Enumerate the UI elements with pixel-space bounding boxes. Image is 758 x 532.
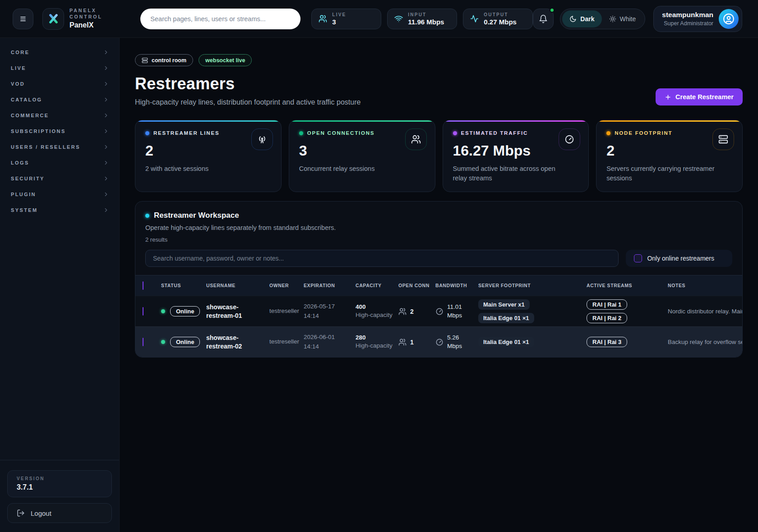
status-badge: Online [170,337,200,347]
stream-pill: RAI | Rai 3 [587,337,627,347]
notifications-button[interactable] [533,9,554,29]
control-room-badge: control room [135,54,193,66]
card-accent-bar [289,120,435,122]
card-accent-bar [596,120,742,122]
gauge-icon [564,134,574,144]
username-cell: showcase-restream-01 [206,303,269,320]
column-header-username: USERNAME [206,282,269,289]
stat-label: INPUT [408,12,444,17]
sidebar-item-security[interactable]: SECURITY [0,170,119,186]
user-name: steampunkman [662,10,713,19]
users-icon [398,307,407,316]
brand: PANELX CONTROL PanelX [69,8,128,29]
sidebar-item-label: SECURITY [11,176,45,181]
chevron-right-icon [103,112,109,119]
users-icon [411,134,421,144]
only-online-filter[interactable]: Only online restreamers [626,250,732,267]
stat-card-estimated-traffic: ESTIMATED TRAFFIC 16.27 Mbps Summed acti… [443,120,589,192]
expiration-cell: 2026-05-1714:14 [304,302,356,321]
hamburger-menu-button[interactable] [13,9,33,29]
capacity-cell: 400High-capacity [356,303,398,320]
bandwidth-cell: 5.26 Mbps [435,334,478,350]
header-stat-output: OUTPUT 0.27 Mbps [463,9,533,29]
menu-icon [18,14,28,23]
chevron-right-icon [103,191,109,197]
create-restreamer-label: Create Restreamer [675,93,734,101]
websocket-live-badge: websocket live [199,54,252,66]
user-menu[interactable]: steampunkman Super Administrator [653,6,742,32]
logout-button[interactable]: Logout [7,503,112,523]
column-header-open-conn: OPEN CONN [398,282,435,289]
sidebar-item-logs[interactable]: LOGS [0,155,119,170]
sidebar-item-label: SUBSCRIPTIONS [11,128,66,134]
notes-cell: Nordic distributor relay. Main + [668,308,743,315]
card-label: ESTIMATED TRAFFIC [461,130,528,136]
wifi-icon [394,14,403,23]
card-caption: 2 with active sessions [145,164,254,174]
user-circle-icon [723,13,735,25]
sidebar-item-commerce[interactable]: COMMERCE [0,107,119,123]
header-stat-input: INPUT 11.96 Mbps [387,9,457,29]
chevron-right-icon [103,144,109,150]
card-status-dot [145,131,149,135]
card-status-dot [453,131,457,135]
stat-card-node-footprint: NODE FOOTPRINT 2 Servers currently carry… [596,120,743,192]
bell-icon [539,14,548,23]
sidebar-item-vod[interactable]: VOD [0,76,119,92]
workspace-title: Restreamer Workspace [145,211,732,220]
row-checkbox[interactable] [143,338,143,346]
stream-pill: RAI | Rai 2 [587,313,627,323]
page-subtitle: High-capacity relay lines, distribution … [135,98,361,106]
sidebar-item-label: USERS / RESELLERS [11,144,80,150]
logout-icon [17,509,25,517]
column-header-server-footprint: SERVER FOOTPRINT [478,282,587,289]
control-room-label: control room [152,57,186,64]
header-stat-live: LIVE 3 [311,9,381,29]
version-label: VERSION [17,476,102,481]
global-search-input[interactable] [150,15,291,23]
breadcrumb-badges: control room websocket live [135,54,743,66]
brand-name: PanelX [69,21,128,30]
chevron-right-icon [103,128,109,134]
stat-label: LIVE [332,12,346,17]
sidebar-item-label: SYSTEM [11,207,38,213]
column-header-active-streams: ACTIVE STREAMS [587,282,668,289]
users-icon [398,338,407,346]
select-all-checkbox[interactable] [143,281,143,290]
theme-dark-button[interactable]: Dark [562,10,601,28]
sidebar-item-users-resellers[interactable]: USERS / RESELLERS [0,139,119,155]
card-accent-bar [443,120,589,122]
theme-white-label: White [620,15,636,23]
table-search-input[interactable] [153,255,611,262]
username-cell: showcase-restream-02 [206,334,269,351]
websocket-live-label: websocket live [205,57,245,64]
cyan-status-dot [145,214,149,218]
gauge-icon [435,338,444,346]
chevron-right-icon [103,49,109,55]
stat-value: 11.96 Mbps [408,18,444,26]
sidebar-footer: VERSION 3.7.1 Logout [0,460,119,532]
sidebar-item-label: PLUGIN [11,192,36,197]
card-label: NODE FOOTPRINT [615,130,672,136]
theme-white-button[interactable]: White [602,10,643,28]
chevron-right-icon [103,207,109,213]
user-role: Super Administrator [662,20,713,27]
stat-cards: RESTREAMER LINES 2 2 with active session… [135,120,743,192]
sidebar-item-system[interactable]: SYSTEM [0,202,119,218]
workspace-subtitle: Operate high-capacity lines separately f… [145,224,732,231]
create-restreamer-button[interactable]: Create Restreamer [656,88,743,105]
server-chip: Italia Edge 01 ×1 [478,337,534,347]
plus-icon [665,94,671,101]
sidebar-item-plugin[interactable]: PLUGIN [0,186,119,202]
sidebar-item-subscriptions[interactable]: SUBSCRIPTIONS [0,123,119,139]
logout-label: Logout [31,509,51,517]
card-label: RESTREAMER LINES [153,130,219,136]
sidebar-item-core[interactable]: CORE [0,44,119,60]
sidebar-item-label: VOD [11,81,25,87]
sidebar-item-live[interactable]: LIVE [0,60,119,76]
only-online-checkbox[interactable] [634,254,642,262]
row-checkbox[interactable] [143,307,143,316]
avatar [719,9,739,29]
sidebar-item-catalog[interactable]: CATALOG [0,92,119,107]
results-count: 2 results [145,236,732,243]
